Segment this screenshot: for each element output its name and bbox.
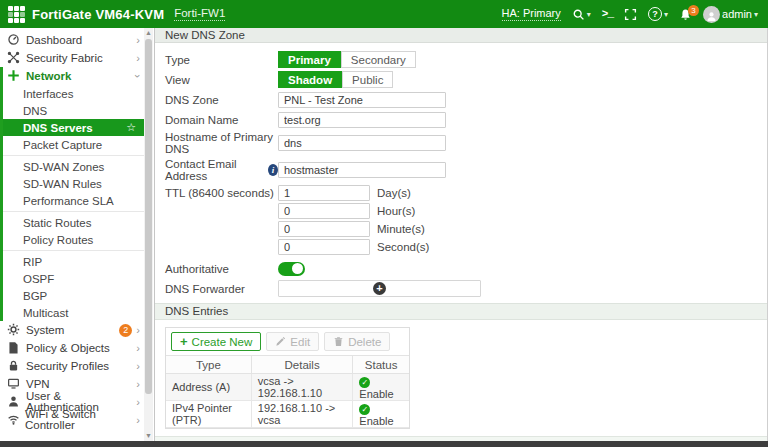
dns-forwarder-row: DNS Forwarder + xyxy=(165,280,757,297)
type-option-primary[interactable]: Primary xyxy=(278,51,341,68)
type-segmented-control: PrimarySecondary xyxy=(278,51,416,68)
add-forwarder-icon[interactable]: + xyxy=(373,282,386,295)
fortinet-logo xyxy=(8,6,25,23)
plus-icon: + xyxy=(180,334,188,349)
table-row[interactable]: Address (A)vcsa -> 192.168.1.10✓Enable xyxy=(166,374,409,401)
sidebar-item-policy-routes[interactable]: Policy Routes xyxy=(3,231,144,248)
dns-zone-input[interactable] xyxy=(278,92,446,108)
contact-email-address-input[interactable] xyxy=(278,162,446,178)
info-icon[interactable]: i xyxy=(268,164,278,176)
ttl-day-s-row: Day(s) xyxy=(278,185,429,201)
top-header: FortiGate VM64-KVM Forti-FW1 HA: Primary… xyxy=(0,0,768,28)
cli-console-icon[interactable]: >_ xyxy=(602,8,613,20)
dns-entries-table: TypeDetailsStatus Address (A)vcsa -> 192… xyxy=(166,355,409,428)
view-segmented-control: ShadowPublic xyxy=(278,71,393,88)
edit-button[interactable]: Edit xyxy=(266,332,319,351)
sidebar-item-security-fabric[interactable]: Security Fabric› xyxy=(0,49,144,67)
type-label: Type xyxy=(165,54,278,66)
search-icon[interactable]: ▾ xyxy=(572,8,591,21)
sidebar-item-wifi-switch-controller[interactable]: WiFi & Switch Controller› xyxy=(0,411,144,429)
entry-status: ✓Enable xyxy=(353,374,409,401)
favorite-star-icon[interactable]: ☆ xyxy=(126,121,136,134)
sidebar-group-network: Network›InterfacesDNSDNS Servers☆Packet … xyxy=(0,67,144,321)
policy-icon xyxy=(7,341,21,355)
authoritative-label: Authoritative xyxy=(165,263,278,275)
sidebar-badge: 2 xyxy=(119,324,132,337)
view-label: View xyxy=(165,74,278,86)
product-title: FortiGate VM64-KVM xyxy=(32,7,164,22)
sidebar-item-sd-wan-rules[interactable]: SD-WAN Rules xyxy=(3,175,144,192)
main-content: New DNS Zone Type PrimarySecondary View … xyxy=(155,28,768,441)
authoritative-row: Authoritative xyxy=(165,260,757,277)
ttl-minute-s-input[interactable] xyxy=(278,221,370,237)
sidebar-item-system[interactable]: System2› xyxy=(0,321,144,339)
chevron-down-icon: › xyxy=(132,74,144,78)
sidebar-item-sd-wan-zones[interactable]: SD-WAN Zones xyxy=(3,158,144,175)
column-header-details[interactable]: Details xyxy=(251,356,353,374)
chevron-right-icon: › xyxy=(136,360,140,372)
ttl-unit-label: Day(s) xyxy=(377,187,411,199)
scroll-up-icon[interactable]: ▲ xyxy=(144,28,153,38)
sidebar-item-performance-sla[interactable]: Performance SLA xyxy=(3,192,144,209)
chevron-right-icon: › xyxy=(136,324,140,336)
hostname-link[interactable]: Forti-FW1 xyxy=(174,7,225,21)
sidebar-scrollbar[interactable]: ▲ ▼ xyxy=(144,28,153,441)
sidebar-item-policy-objects[interactable]: Policy & Objects› xyxy=(0,339,144,357)
contact-email-address-row: Contact Email Addressi xyxy=(165,158,757,182)
fullscreen-icon[interactable] xyxy=(624,8,637,21)
dns-forwarder-input[interactable]: + xyxy=(278,280,481,297)
dns-entries-toolbar: +Create New Edit Delete xyxy=(166,328,409,355)
create-new-button[interactable]: +Create New xyxy=(171,332,261,351)
sidebar-item-multicast[interactable]: Multicast xyxy=(3,304,144,321)
wifi-icon xyxy=(7,413,20,427)
column-header-type[interactable]: Type xyxy=(166,356,251,374)
chevron-right-icon: › xyxy=(136,378,140,390)
ttl-day-s-input[interactable] xyxy=(278,185,370,201)
chevron-right-icon: › xyxy=(136,52,140,64)
vpn-icon xyxy=(7,377,21,391)
hostname-of-primary-dns-row: Hostname of Primary DNS xyxy=(165,131,757,155)
scrollbar-thumb[interactable] xyxy=(145,39,152,394)
ha-status[interactable]: HA: Primary xyxy=(502,7,561,21)
sidebar-item-ospf[interactable]: OSPF xyxy=(3,270,144,287)
ttl-second-s-input[interactable] xyxy=(278,239,370,255)
view-option-shadow[interactable]: Shadow xyxy=(278,71,342,88)
domain-name-input[interactable] xyxy=(278,112,446,128)
column-header-status[interactable]: Status xyxy=(353,356,409,374)
ttl-unit-label: Second(s) xyxy=(377,241,429,253)
table-row[interactable]: IPv4 Pointer (PTR)192.168.1.10 -> vcsa✓E… xyxy=(166,401,409,428)
user-menu[interactable]: admin▾ xyxy=(703,6,758,23)
window-bottom-bar xyxy=(0,441,768,447)
bell-icon[interactable]: 3 xyxy=(679,8,692,21)
type-option-secondary[interactable]: Secondary xyxy=(341,51,416,68)
dns-zone-row: DNS Zone xyxy=(165,91,757,108)
ttl-second-s-row: Second(s) xyxy=(278,239,429,255)
sidebar-item-interfaces[interactable]: Interfaces xyxy=(3,85,144,102)
sidebar-item-dns[interactable]: DNS xyxy=(3,102,144,119)
chevron-right-icon: › xyxy=(136,34,140,46)
scroll-down-icon[interactable]: ▼ xyxy=(144,431,153,441)
entry-details: vcsa -> 192.168.1.10 xyxy=(251,374,353,401)
fortigate-app: FortiGate VM64-KVM Forti-FW1 HA: Primary… xyxy=(0,0,768,447)
authoritative-toggle[interactable] xyxy=(278,262,305,276)
sidebar-item-network[interactable]: Network› xyxy=(3,67,144,85)
sidebar-item-static-routes[interactable]: Static Routes xyxy=(3,214,144,231)
help-icon[interactable]: ?▾ xyxy=(648,7,668,21)
sidebar-item-bgp[interactable]: BGP xyxy=(3,287,144,304)
view-option-public[interactable]: Public xyxy=(342,71,393,88)
sidebar-item-dashboard[interactable]: Dashboard› xyxy=(0,31,144,49)
notification-badge: 3 xyxy=(688,5,699,16)
delete-button[interactable]: Delete xyxy=(324,332,390,351)
enable-check-icon: ✓ xyxy=(359,377,370,388)
pencil-icon xyxy=(275,336,286,347)
sidebar-item-rip[interactable]: RIP xyxy=(3,253,144,270)
hostname-of-primary-dns-input[interactable] xyxy=(278,135,446,151)
sidebar: Dashboard›Security Fabric›Network›Interf… xyxy=(0,28,155,441)
sidebar-item-packet-capture[interactable]: Packet Capture xyxy=(3,136,144,153)
sidebar-divider xyxy=(3,250,144,251)
sidebar-item-security-profiles[interactable]: Security Profiles› xyxy=(0,357,144,375)
ttl-hour-s-input[interactable] xyxy=(278,203,370,219)
enable-check-icon: ✓ xyxy=(359,404,370,415)
sidebar-item-dns-servers[interactable]: DNS Servers☆ xyxy=(3,119,144,136)
chevron-right-icon: › xyxy=(136,414,140,426)
